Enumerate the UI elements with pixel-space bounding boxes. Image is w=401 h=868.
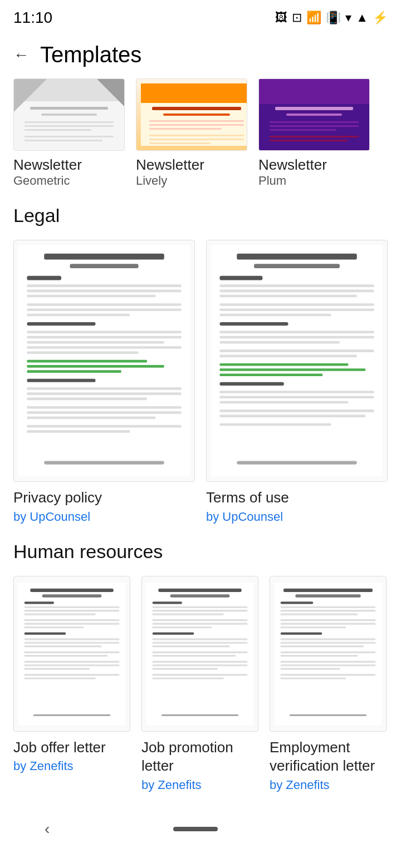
svg-rect-69 — [219, 322, 288, 326]
svg-rect-54 — [27, 411, 181, 414]
svg-rect-89 — [25, 601, 54, 604]
svg-rect-100 — [25, 651, 120, 653]
svg-rect-50 — [27, 387, 181, 390]
status-bar: 11:10 🖼 ⊡ 📶 📳 ▾ ▲ ⚡ — [0, 0, 401, 33]
svg-rect-9 — [25, 136, 114, 137]
svg-rect-48 — [27, 370, 121, 373]
svg-rect-29 — [270, 140, 348, 141]
svg-rect-28 — [270, 136, 359, 137]
svg-rect-85 — [237, 461, 357, 465]
svg-rect-56 — [27, 425, 181, 428]
employment-verification-author-link[interactable]: Zenefits — [286, 778, 329, 792]
svg-rect-49 — [27, 379, 95, 382]
svg-rect-52 — [27, 398, 147, 401]
svg-rect-109 — [158, 588, 241, 591]
svg-rect-25 — [270, 121, 359, 123]
svg-rect-127 — [153, 674, 248, 675]
svg-rect-101 — [25, 655, 107, 657]
newsletter-geometric-item[interactable]: Newsletter Geometric — [13, 78, 125, 188]
job-promotion-author: by Zenefits — [141, 778, 258, 792]
nav-home-pill[interactable] — [173, 827, 218, 831]
svg-rect-136 — [281, 613, 358, 615]
job-promotion-author-link[interactable]: Zenefits — [158, 778, 201, 792]
privacy-policy-author-link[interactable]: UpCounsel — [30, 510, 90, 524]
status-time: 11:10 — [13, 9, 52, 27]
svg-rect-148 — [281, 668, 340, 669]
job-promotion-card[interactable]: Job promotion letter by Zenefits — [141, 576, 258, 793]
privacy-policy-card[interactable]: Privacy policy by UpCounsel — [13, 240, 195, 524]
svg-rect-6 — [25, 121, 114, 123]
hr-template-grid: Job offer letter by Zenefits — [13, 576, 388, 793]
svg-rect-123 — [153, 655, 236, 657]
svg-rect-142 — [281, 642, 376, 643]
svg-rect-116 — [153, 623, 248, 624]
newsletter-plum-thumb — [258, 78, 370, 151]
terms-of-use-name: Terms of use — [206, 489, 388, 507]
svg-rect-22 — [258, 79, 370, 104]
svg-rect-102 — [25, 660, 120, 662]
svg-rect-121 — [153, 645, 230, 647]
svg-rect-43 — [27, 341, 164, 344]
svg-rect-149 — [281, 674, 376, 675]
back-button[interactable]: ← — [13, 46, 29, 64]
svg-rect-107 — [33, 714, 111, 716]
svg-rect-19 — [149, 139, 244, 140]
svg-rect-36 — [27, 295, 155, 298]
nav-back-button[interactable]: ‹ — [45, 820, 50, 838]
newsletter-geometric-thumb — [13, 78, 125, 151]
svg-rect-90 — [25, 606, 120, 608]
terms-of-use-author-link[interactable]: UpCounsel — [222, 510, 283, 524]
bluetooth-icon: 📶 — [306, 11, 321, 25]
svg-rect-79 — [219, 391, 374, 393]
svg-rect-26 — [270, 125, 359, 127]
svg-rect-17 — [149, 128, 222, 130]
svg-rect-110 — [170, 594, 230, 597]
svg-rect-35 — [27, 290, 181, 293]
content-area: Newsletter Geometric Newsletter — [0, 78, 401, 792]
svg-rect-93 — [25, 619, 120, 621]
svg-rect-55 — [27, 417, 155, 420]
svg-rect-46 — [27, 360, 147, 363]
svg-rect-96 — [25, 632, 66, 634]
svg-rect-129 — [162, 714, 239, 716]
svg-rect-44 — [27, 346, 181, 349]
svg-rect-76 — [219, 368, 365, 371]
svg-rect-24 — [286, 114, 342, 116]
svg-rect-144 — [281, 651, 376, 653]
svg-rect-62 — [219, 276, 262, 280]
svg-rect-73 — [219, 349, 374, 352]
svg-rect-84 — [219, 423, 331, 426]
privacy-policy-thumb — [13, 240, 195, 482]
svg-rect-120 — [153, 642, 248, 643]
svg-rect-63 — [219, 284, 374, 287]
svg-rect-104 — [25, 668, 90, 669]
svg-rect-15 — [149, 120, 244, 122]
svg-rect-16 — [149, 124, 244, 126]
newsletter-geometric-sub: Geometric — [13, 174, 125, 188]
employment-verification-card[interactable]: Employment verification letter by Zenefi… — [270, 576, 387, 793]
svg-rect-119 — [153, 638, 248, 640]
newsletter-row: Newsletter Geometric Newsletter — [13, 78, 388, 188]
job-offer-author-link[interactable]: Zenefits — [30, 759, 73, 773]
svg-rect-98 — [25, 642, 120, 643]
svg-rect-58 — [44, 461, 164, 465]
job-promotion-name: Job promotion letter — [141, 738, 258, 776]
job-offer-thumb — [13, 576, 130, 732]
svg-rect-97 — [25, 638, 120, 640]
svg-rect-113 — [153, 610, 248, 611]
battery-icon: ⚡ — [373, 11, 388, 25]
svg-rect-131 — [283, 588, 373, 591]
newsletter-lively-label: Newsletter — [136, 156, 247, 174]
svg-rect-41 — [27, 331, 181, 334]
job-offer-card[interactable]: Job offer letter by Zenefits — [13, 576, 130, 793]
newsletter-lively-item[interactable]: Newsletter Lively — [136, 78, 247, 188]
svg-rect-134 — [281, 606, 376, 608]
page-title: Templates — [40, 42, 141, 67]
newsletter-lively-thumb — [136, 78, 247, 151]
svg-rect-72 — [219, 341, 340, 344]
screenshot-icon: ⊡ — [292, 11, 302, 25]
terms-of-use-card[interactable]: Terms of use by UpCounsel — [206, 240, 388, 524]
svg-rect-47 — [27, 365, 164, 368]
svg-rect-146 — [281, 660, 376, 662]
newsletter-plum-item[interactable]: Newsletter Plum — [258, 78, 370, 188]
